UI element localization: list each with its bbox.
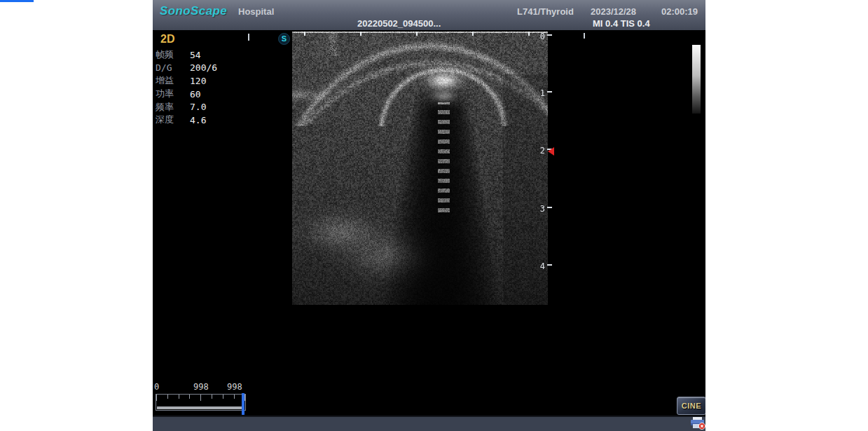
param-power: 功率 60 <box>156 88 217 101</box>
top-status-bar: SonoScape Hospital L741/Thyroid 2023/12/… <box>153 0 705 30</box>
browser-loading-bar <box>0 0 34 2</box>
exam-id: 20220502_094500... <box>357 18 441 29</box>
depth-label-1: 1 <box>531 88 545 98</box>
ultrasound-screen: SonoScape Hospital L741/Thyroid 2023/12/… <box>153 0 705 431</box>
depth-tick-4 <box>547 264 552 266</box>
image-boundary-tick-right <box>584 33 585 39</box>
acoustic-indices: MI 0.4 TIS 0.4 <box>593 18 650 29</box>
bottom-status-bar <box>153 416 705 431</box>
depth-label-2: 2 <box>531 146 545 156</box>
imaging-mode-label: 2D <box>160 33 174 46</box>
param-gain: 增益 120 <box>156 74 217 88</box>
depth-label-0: 0 <box>531 32 545 41</box>
grayscale-bar <box>692 45 701 114</box>
depth-label-4: 4 <box>531 261 545 271</box>
parameter-panel: 帧频 54 D/G 200/6 增益 120 功率 60 频率 7.0 深度 4… <box>156 48 217 127</box>
depth-tick-3 <box>547 207 552 208</box>
cine-progress-fill <box>157 406 242 409</box>
printer-error-icon[interactable] <box>689 417 705 430</box>
hospital-name: Hospital <box>238 6 274 17</box>
system-time: 02:00:19 <box>661 6 698 17</box>
depth-tick-1 <box>547 91 552 93</box>
cine-position-cursor[interactable] <box>242 393 244 415</box>
cine-button[interactable]: CINE <box>677 397 705 415</box>
image-boundary-tick-left <box>248 34 249 41</box>
probe-preset-label: L741/Thyroid <box>517 6 574 17</box>
focus-marker-icon[interactable] <box>548 147 554 156</box>
param-frame-rate: 帧频 54 <box>156 48 217 62</box>
param-depth: 深度 4.6 <box>156 114 217 127</box>
brand-logo: SonoScape <box>160 4 227 18</box>
depth-label-3: 3 <box>531 204 545 214</box>
param-frequency: 频率 7.0 <box>156 100 217 114</box>
depth-tick-0 <box>547 34 552 36</box>
cine-scale-end: 998 <box>227 382 242 392</box>
cine-scale-start: 0 <box>154 382 159 392</box>
s-orientation-icon: S <box>278 33 290 45</box>
ultrasound-image <box>292 32 548 305</box>
system-date: 2023/12/28 <box>591 6 636 17</box>
param-dynamic-range: D/G 200/6 <box>156 62 217 75</box>
cine-scale-mid: 998 <box>193 382 209 392</box>
